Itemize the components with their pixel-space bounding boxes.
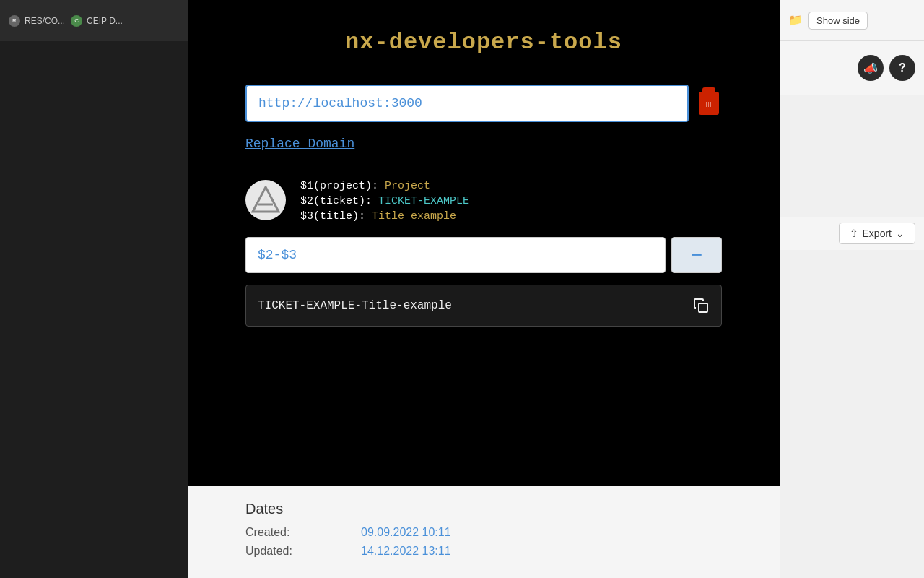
copy-button[interactable] [692, 297, 710, 314]
app-title: nx-developers-tools [345, 29, 622, 56]
right-action-bar: 📣 ? [780, 41, 924, 95]
var-line-1: $1(project): Project [300, 180, 469, 192]
export-chevron-icon: ⌄ [896, 228, 905, 239]
updated-label: Updated: [245, 545, 318, 558]
variables-section: $1(project): Project $2(ticket): TICKET-… [245, 180, 722, 223]
help-button[interactable]: ? [889, 55, 915, 81]
avatar [245, 180, 286, 220]
tab-favicon-1: R [9, 15, 20, 27]
folder-icon: 📁 [788, 13, 803, 27]
browser-tab-1[interactable]: R RES/CO... [9, 15, 65, 27]
var-key-1: $1(project): [300, 180, 385, 192]
announcement-icon: 📣 [863, 61, 878, 75]
var-value-2: TICKET-EXAMPLE [378, 195, 469, 207]
updated-row: Updated: 14.12.2022 13:11 [245, 545, 722, 558]
url-input[interactable] [245, 85, 689, 122]
created-row: Created: 09.09.2022 10:11 [245, 526, 722, 539]
svg-marker-0 [253, 187, 279, 212]
dates-section: Dates Created: 09.09.2022 10:11 Updated:… [188, 486, 780, 578]
template-input[interactable] [245, 237, 666, 273]
trash-icon [699, 92, 719, 115]
show-side-button[interactable]: Show side [808, 12, 868, 30]
export-area: ⇧ Export ⌄ [780, 217, 924, 250]
var-key-2: $2(ticket): [300, 195, 378, 207]
result-text: TICKET-EXAMPLE-Title-example [258, 299, 452, 312]
variables-list: $1(project): Project $2(ticket): TICKET-… [300, 180, 469, 223]
updated-value: 14.12.2022 13:11 [361, 545, 451, 558]
copy-icon [692, 297, 710, 314]
var-line-2: $2(ticket): TICKET-EXAMPLE [300, 195, 469, 207]
var-line-3: $3(title): Title example [300, 210, 469, 223]
right-top-bar: 📁 Show side [780, 0, 924, 41]
minus-button[interactable]: − [671, 237, 722, 273]
created-label: Created: [245, 526, 318, 539]
tab-favicon-2: C [71, 15, 82, 27]
export-share-icon: ⇧ [850, 228, 858, 239]
folder-icon-area: 📁 [788, 13, 803, 27]
svg-rect-2 [699, 303, 707, 312]
var-key-3: $3(title): [300, 210, 372, 223]
announcement-button[interactable]: 📣 [858, 55, 884, 81]
url-section [245, 85, 722, 122]
tab-label-1: RES/CO... [25, 16, 65, 26]
export-label: Export [863, 228, 892, 239]
browser-tab-2[interactable]: C CEIP D... [71, 15, 123, 27]
left-sidebar: RES/CO... CEIP D... [0, 0, 188, 578]
help-icon: ? [899, 61, 906, 74]
delete-url-button[interactable] [696, 89, 722, 118]
result-section: TICKET-EXAMPLE-Title-example [245, 285, 722, 327]
var-value-3: Title example [372, 210, 456, 223]
created-value: 09.09.2022 10:11 [361, 526, 451, 539]
tab-label-2: CEIP D... [87, 16, 123, 26]
replace-domain-link[interactable]: Replace Domain [245, 137, 354, 151]
export-button[interactable]: ⇧ Export ⌄ [839, 223, 915, 244]
template-section: − [245, 237, 722, 273]
dates-title: Dates [245, 501, 722, 517]
var-value-1: Project [385, 180, 430, 192]
